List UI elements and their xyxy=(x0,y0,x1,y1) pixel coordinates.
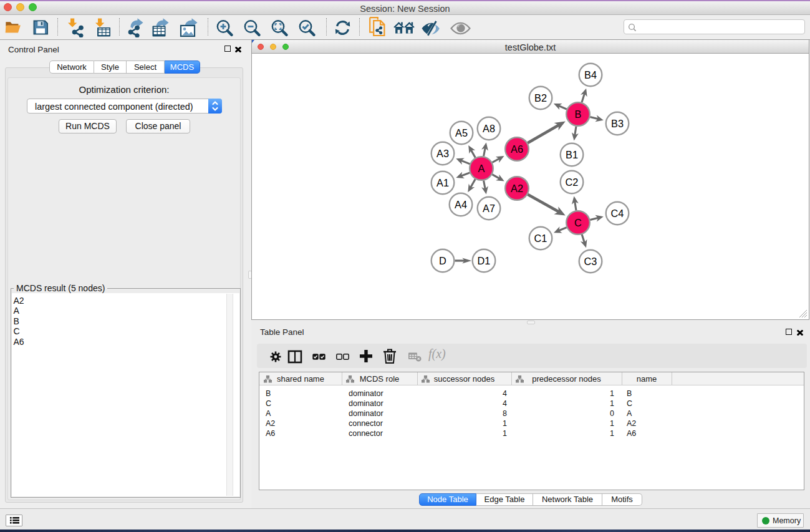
svg-text:C: C xyxy=(574,217,582,228)
svg-text:D1: D1 xyxy=(478,255,491,266)
svg-text:B3: B3 xyxy=(611,118,624,129)
svg-text:C2: C2 xyxy=(566,177,579,188)
svg-text:B4: B4 xyxy=(584,69,597,80)
svg-text:A8: A8 xyxy=(483,123,495,134)
svg-text:A2: A2 xyxy=(511,183,523,194)
svg-text:B1: B1 xyxy=(566,149,578,160)
svg-text:C3: C3 xyxy=(584,256,597,267)
svg-text:A4: A4 xyxy=(455,199,467,210)
svg-text:D: D xyxy=(439,255,446,266)
svg-text:A: A xyxy=(478,163,485,174)
svg-text:A3: A3 xyxy=(436,148,449,159)
svg-text:A5: A5 xyxy=(455,127,468,138)
svg-text:B2: B2 xyxy=(534,92,547,104)
svg-text:A7: A7 xyxy=(483,203,495,214)
svg-text:A1: A1 xyxy=(436,177,449,188)
svg-text:A6: A6 xyxy=(511,143,523,155)
svg-text:C1: C1 xyxy=(534,233,547,244)
svg-text:C4: C4 xyxy=(611,208,624,219)
svg-text:B: B xyxy=(575,109,582,120)
